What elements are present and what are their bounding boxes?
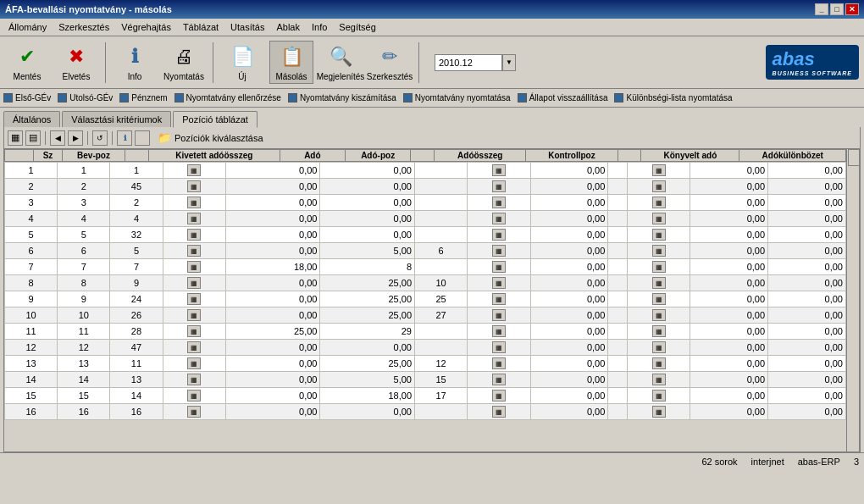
menu-tablazat[interactable]: Táblázat xyxy=(178,20,224,34)
cell-icon-3[interactable]: ▦ xyxy=(627,340,690,356)
cell-icon[interactable]: ▦ xyxy=(492,325,506,337)
copy-button[interactable]: 📋 Másolás xyxy=(269,41,313,84)
cell-icon[interactable]: ▦ xyxy=(187,180,201,192)
cell-icon[interactable]: ▦ xyxy=(652,229,666,241)
cell-icon-2[interactable]: ▦ xyxy=(468,340,530,356)
cell-icon[interactable]: ▦ xyxy=(652,357,666,369)
cell-icon[interactable]: ▦ xyxy=(652,325,666,337)
cell-icon-3[interactable]: ▦ xyxy=(627,211,690,227)
cell-icon[interactable]: ▦ xyxy=(492,293,506,305)
nav-checkbox-nyomtatvany-ellenorzese[interactable] xyxy=(174,93,184,102)
cell-icon-1[interactable]: ▦ xyxy=(163,291,225,307)
cell-icon[interactable]: ▦ xyxy=(187,374,201,385)
cell-icon[interactable]: ▦ xyxy=(187,390,201,402)
cell-icon-2[interactable]: ▦ xyxy=(468,163,530,179)
cell-icon-2[interactable]: ▦ xyxy=(468,227,530,243)
cell-icon[interactable]: ▦ xyxy=(652,213,666,224)
cell-icon[interactable]: ▦ xyxy=(492,261,506,273)
cell-icon-3[interactable]: ▦ xyxy=(627,307,690,324)
cell-icon-1[interactable]: ▦ xyxy=(163,179,225,195)
cell-icon[interactable]: ▦ xyxy=(492,197,506,208)
info-button[interactable]: ℹ Info xyxy=(113,42,157,83)
discard-button[interactable]: ✖ Elvetés xyxy=(54,42,98,83)
inner-btn-refresh[interactable]: ↺ xyxy=(92,130,108,146)
minimize-button[interactable]: _ xyxy=(815,3,828,15)
cell-icon-3[interactable]: ▦ xyxy=(627,275,690,291)
cell-icon[interactable]: ▦ xyxy=(652,164,666,176)
new-button[interactable]: 📄 Új xyxy=(220,42,264,83)
cell-icon-2[interactable]: ▦ xyxy=(468,404,530,420)
cell-icon-3[interactable]: ▦ xyxy=(627,356,690,372)
menu-segitseg[interactable]: Segítség xyxy=(334,20,380,34)
cell-icon-3[interactable]: ▦ xyxy=(627,227,690,243)
menu-vegrehajtas[interactable]: Végrehajtás xyxy=(116,20,176,34)
cell-icon[interactable]: ▦ xyxy=(492,245,506,257)
cell-icon-2[interactable]: ▦ xyxy=(468,388,530,404)
cell-icon-2[interactable]: ▦ xyxy=(468,275,530,291)
cell-icon-2[interactable]: ▦ xyxy=(468,211,530,227)
nav-checkbox-nyomtatvany-kiszamitasa[interactable] xyxy=(288,93,297,102)
cell-icon[interactable]: ▦ xyxy=(187,406,201,418)
cell-icon[interactable]: ▦ xyxy=(492,180,506,192)
tab-altalanos[interactable]: Általános xyxy=(3,111,60,127)
edit-button[interactable]: ✏ Szerkesztés xyxy=(368,42,412,83)
preview-button[interactable]: 🔍 Megjelenítés xyxy=(318,42,363,83)
inner-btn-grid2[interactable]: ▤ xyxy=(25,130,41,146)
cell-icon-3[interactable]: ▦ xyxy=(627,179,690,195)
cell-icon[interactable]: ▦ xyxy=(187,293,201,305)
cell-icon-2[interactable]: ▦ xyxy=(468,291,530,307)
cell-icon[interactable]: ▦ xyxy=(652,309,666,321)
cell-icon[interactable]: ▦ xyxy=(492,213,506,224)
cell-icon-3[interactable]: ▦ xyxy=(627,372,690,388)
cell-icon[interactable]: ▦ xyxy=(492,277,506,289)
cell-icon-1[interactable]: ▦ xyxy=(163,275,225,291)
scrollbar-thumb[interactable] xyxy=(848,149,860,166)
save-button[interactable]: ✔ Mentés xyxy=(5,42,49,83)
cell-icon-1[interactable]: ▦ xyxy=(163,324,225,340)
close-button[interactable]: ✕ xyxy=(845,3,859,15)
cell-icon[interactable]: ▦ xyxy=(187,213,201,224)
window-controls[interactable]: _ □ ✕ xyxy=(815,3,859,15)
cell-icon-1[interactable]: ▦ xyxy=(163,307,225,324)
cell-icon-1[interactable]: ▦ xyxy=(163,388,225,404)
nav-checkbox-elso-gev[interactable] xyxy=(3,93,13,102)
cell-icon[interactable]: ▦ xyxy=(492,374,506,385)
cell-icon-3[interactable]: ▦ xyxy=(627,259,690,275)
cell-icon[interactable]: ▦ xyxy=(652,180,666,192)
inner-btn-prev[interactable]: ◀ xyxy=(50,130,65,146)
scrollbar-track[interactable] xyxy=(846,149,860,451)
menu-info[interactable]: Info xyxy=(307,20,332,34)
date-dropdown-button[interactable]: ▼ xyxy=(502,54,516,71)
cell-icon-2[interactable]: ▦ xyxy=(468,307,530,324)
nav-elso-gev[interactable]: Első-GÉv xyxy=(3,93,51,102)
cell-icon[interactable]: ▦ xyxy=(652,390,666,402)
cell-icon[interactable]: ▦ xyxy=(187,245,201,257)
cell-icon-1[interactable]: ▦ xyxy=(163,243,225,259)
cell-icon-3[interactable]: ▦ xyxy=(627,324,690,340)
cell-icon-1[interactable]: ▦ xyxy=(163,404,225,420)
cell-icon-2[interactable]: ▦ xyxy=(468,259,530,275)
cell-icon[interactable]: ▦ xyxy=(492,357,506,369)
cell-icon-2[interactable]: ▦ xyxy=(468,372,530,388)
nav-checkbox-kulonbsegi-lista[interactable] xyxy=(614,93,623,102)
cell-icon[interactable]: ▦ xyxy=(492,229,506,241)
cell-icon-1[interactable]: ▦ xyxy=(163,227,225,243)
cell-icon-2[interactable]: ▦ xyxy=(468,195,530,211)
menu-utasitas[interactable]: Utasítás xyxy=(225,20,269,34)
inner-btn-next[interactable]: ▶ xyxy=(68,130,83,146)
cell-icon[interactable]: ▦ xyxy=(187,197,201,208)
cell-icon-1[interactable]: ▦ xyxy=(163,211,225,227)
cell-icon[interactable]: ▦ xyxy=(187,309,201,321)
tab-pozicio-tablazat[interactable]: Pozíció táblázat xyxy=(173,111,258,128)
nav-allapot-visszaallitasa[interactable]: Állapot visszaállítása xyxy=(518,93,608,102)
cell-icon-2[interactable]: ▦ xyxy=(468,356,530,372)
inner-btn-blank[interactable] xyxy=(135,130,150,146)
cell-icon-1[interactable]: ▦ xyxy=(163,340,225,356)
cell-icon[interactable]: ▦ xyxy=(187,325,201,337)
cell-icon-1[interactable]: ▦ xyxy=(163,195,225,211)
cell-icon[interactable]: ▦ xyxy=(652,197,666,208)
cell-icon[interactable]: ▦ xyxy=(492,309,506,321)
cell-icon-3[interactable]: ▦ xyxy=(627,388,690,404)
cell-icon-3[interactable]: ▦ xyxy=(627,195,690,211)
cell-icon[interactable]: ▦ xyxy=(187,277,201,289)
